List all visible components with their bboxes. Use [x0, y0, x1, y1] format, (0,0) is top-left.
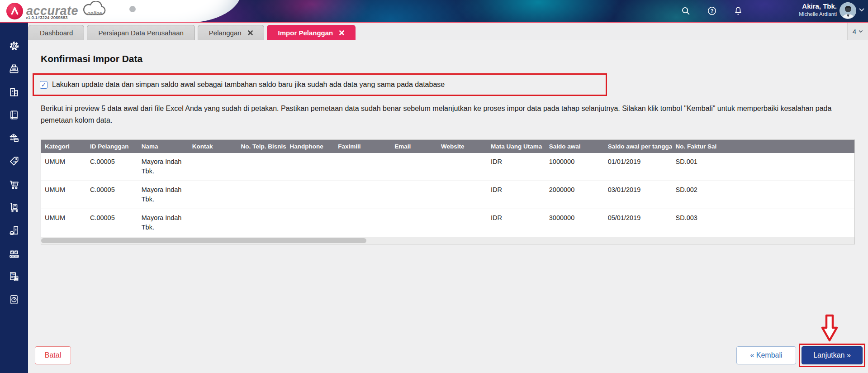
- chevron-down-icon: [859, 30, 863, 33]
- company-buildings-icon: [8, 86, 20, 98]
- cloud-icon: online: [80, 1, 109, 19]
- sidebar-item-fixed-asset[interactable]: [6, 224, 22, 237]
- table-column-header: Saldo awal: [545, 143, 604, 150]
- table-row: UMUMC.00005Mayora Indah Tbk.IDR100000001…: [41, 153, 854, 181]
- sidebar-item-sales[interactable]: [6, 177, 22, 191]
- table-cell: [391, 153, 437, 181]
- tab-pelanggan[interactable]: Pelanggan: [198, 25, 264, 40]
- table-cell: [189, 153, 237, 181]
- table-cell: [189, 181, 237, 209]
- table-cell: IDR: [487, 153, 545, 181]
- table-cell: C.00005: [86, 181, 138, 209]
- sidebar-item-bank-cash[interactable]: [6, 131, 22, 145]
- table-cell: UMUM: [41, 209, 86, 237]
- cancel-button[interactable]: Batal: [35, 346, 71, 364]
- page-title: Konfirmasi Impor Data: [41, 53, 142, 64]
- version-text: v1.0.1#3224-2069883: [26, 15, 67, 20]
- table-column-header: Handphone: [286, 143, 334, 150]
- horizontal-scrollbar-thumb[interactable]: [41, 238, 366, 243]
- table-cell: [334, 153, 391, 181]
- table-cell: 2000000: [545, 181, 604, 209]
- table-column-header: Website: [437, 143, 487, 150]
- preview-table: KategoriID PelangganNamaKontakNo. Telp. …: [41, 139, 855, 244]
- header-gray-dot: [129, 6, 136, 12]
- user-info[interactable]: Akira, Tbk. Michelle Ardianti: [769, 2, 837, 17]
- main-content: Konfirmasi Impor Data ✓ Lakukan update d…: [28, 40, 868, 373]
- price-tag-rp-icon: Rp: [8, 155, 20, 167]
- table-header-row: KategoriID PelangganNamaKontakNo. Telp. …: [41, 140, 854, 153]
- table-cell: [437, 153, 487, 181]
- sidebar-item-company[interactable]: [6, 85, 22, 99]
- table-cell: [437, 209, 487, 237]
- tab-close-icon[interactable]: [339, 30, 344, 35]
- table-column-header: Nama: [138, 143, 189, 150]
- update-checkbox-label: Lakukan update data dan simpan saldo awa…: [52, 81, 445, 89]
- sidebar-item-price-rp[interactable]: Rp: [6, 154, 22, 168]
- table-cell: Mayora Indah Tbk.: [138, 153, 189, 181]
- table-column-header: Faximili: [334, 143, 391, 150]
- sidebar-item-journal[interactable]: [6, 108, 22, 122]
- help-icon[interactable]: ?: [707, 6, 717, 16]
- sidebar-item-settings[interactable]: [6, 39, 22, 53]
- sidebar: Rp TAX: [0, 23, 28, 373]
- user-name: Michelle Ardianti: [769, 11, 837, 17]
- next-button[interactable]: Lanjutkan »: [802, 346, 863, 364]
- table-cell: SD.001: [672, 153, 854, 181]
- table-column-header: Mata Uang Utama: [487, 143, 545, 150]
- table-cell: 3000000: [545, 209, 604, 237]
- table-cell: IDR: [487, 181, 545, 209]
- cash-register-icon: [8, 63, 20, 75]
- tab-persiapan-data-perusahaan[interactable]: Persiapan Data Perusahaan: [87, 25, 194, 40]
- table-cell: [237, 209, 286, 237]
- sales-cart-icon: [8, 178, 20, 191]
- table-cell: 03/01/2019: [604, 181, 672, 209]
- table-column-header: ID Pelanggan: [86, 143, 138, 150]
- back-button[interactable]: « Kembali: [736, 346, 796, 364]
- horizontal-scrollbar: [41, 237, 854, 244]
- table-cell: [237, 153, 286, 181]
- report-chart-icon: [8, 294, 20, 306]
- table-cell: [391, 209, 437, 237]
- tab-label: Impor Pelanggan: [278, 29, 333, 37]
- tab-dashboard[interactable]: Dashboard: [28, 25, 84, 40]
- svg-text:Rp: Rp: [13, 160, 17, 163]
- sidebar-item-reports[interactable]: [6, 293, 22, 306]
- table-column-header: Kontak: [189, 143, 237, 150]
- tab-label: Pelanggan: [209, 29, 242, 37]
- table-cell: [286, 181, 334, 209]
- table-cell: [237, 181, 286, 209]
- table-cell: IDR: [487, 209, 545, 237]
- table-column-header: No. Telp. Bisnis: [237, 143, 286, 150]
- tab-label: Dashboard: [40, 29, 73, 37]
- table-cell: [286, 153, 334, 181]
- bell-icon[interactable]: [733, 6, 743, 16]
- table-cell: [334, 209, 391, 237]
- table-cell: Mayora Indah Tbk.: [138, 181, 189, 209]
- table-cell: Mayora Indah Tbk.: [138, 209, 189, 237]
- table-body: UMUMC.00005Mayora Indah Tbk.IDR100000001…: [41, 153, 854, 237]
- chevron-down-icon[interactable]: [859, 8, 864, 12]
- table-cell: [391, 181, 437, 209]
- table-cell: 01/01/2019: [604, 153, 672, 181]
- svg-text:?: ?: [711, 8, 714, 14]
- tab-label: Persiapan Data Perusahaan: [98, 29, 183, 37]
- table-cell: [189, 209, 237, 237]
- table-cell: C.00005: [86, 209, 138, 237]
- tab-count: 4: [853, 28, 856, 35]
- brand-online-label: online: [87, 10, 102, 16]
- tab-impor-pelanggan[interactable]: Impor Pelanggan: [267, 25, 356, 40]
- sidebar-item-tax[interactable]: TAX: [6, 270, 22, 283]
- sidebar-item-purchase[interactable]: [6, 201, 22, 214]
- sidebar-item-inventory[interactable]: [6, 247, 22, 260]
- sidebar-item-cash-register[interactable]: [6, 62, 22, 76]
- update-checkbox[interactable]: ✓: [40, 81, 47, 89]
- table-column-header: Saldo awal per tanggal: [604, 143, 672, 150]
- preview-description: Berikut ini preview 5 data awal dari fil…: [41, 103, 845, 126]
- table-cell: C.00005: [86, 153, 138, 181]
- avatar[interactable]: [840, 2, 856, 19]
- table-column-header: Email: [391, 143, 437, 150]
- search-icon[interactable]: [681, 6, 691, 16]
- tab-overflow-dropdown[interactable]: 4: [847, 23, 868, 40]
- table-column-header: Kategori: [41, 143, 86, 150]
- tab-close-icon[interactable]: [248, 30, 253, 35]
